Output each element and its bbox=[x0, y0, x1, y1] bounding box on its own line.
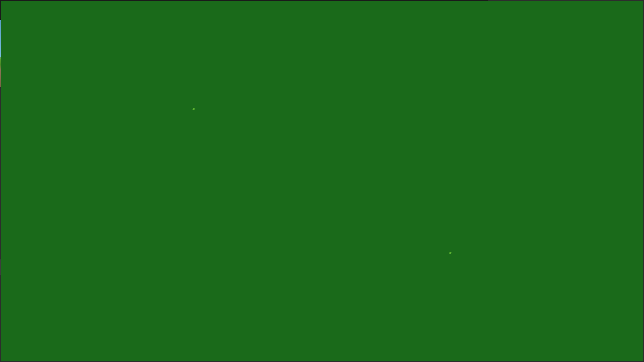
nav-items-list: General Advanced Multiplayer Cheats Reso… bbox=[0, 131, 159, 275]
sidebar: CREATE Create on Realm Server General Ad… bbox=[0, 20, 159, 275]
experiments-icon bbox=[7, 264, 19, 275]
main-layout: CREATE Create on Realm Server General Ad… bbox=[0, 20, 488, 275]
sidebar-item-experiments[interactable]: Experiments bbox=[0, 259, 159, 275]
